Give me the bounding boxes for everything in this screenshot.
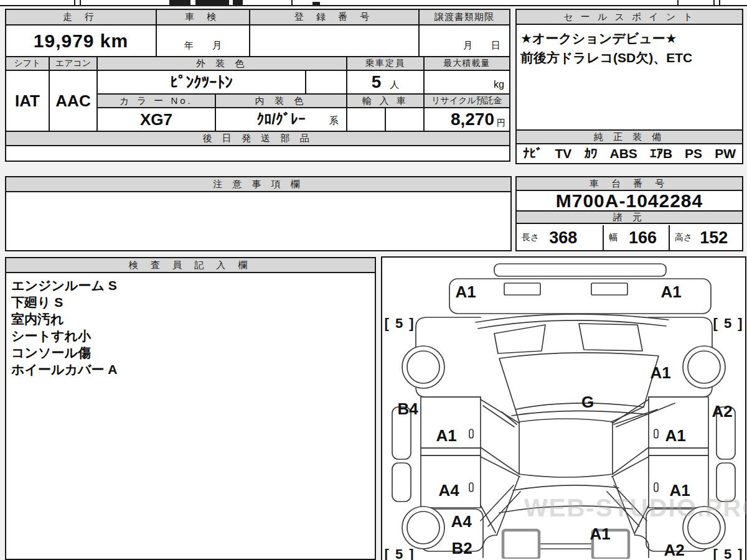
cutoff-divider bbox=[719, 0, 720, 6]
equipment-item: ABS bbox=[609, 146, 637, 161]
exterior-color-header: 外 装 色 bbox=[98, 57, 347, 71]
recycle-fee-header: リサイクル預託金 bbox=[425, 95, 510, 108]
damage-label: A1 bbox=[665, 426, 685, 446]
damage-label: A2 bbox=[664, 541, 684, 560]
sales-point-body: ★オークションデビュー★ 前後方ドラレコ(SD欠)、ETC bbox=[517, 25, 742, 131]
interior-color-value: ｸﾛ/ｸﾞﾚｰ 系 bbox=[216, 108, 347, 132]
equipment-item: PW bbox=[715, 146, 736, 161]
max-load-header: 最大積載量 bbox=[425, 57, 510, 71]
inspector-line: 室内汚れ bbox=[11, 310, 370, 327]
equipment-header: 純 正 装 備 bbox=[517, 131, 742, 144]
import-value-2 bbox=[386, 108, 425, 132]
tire-grade-label: [ 5 ] bbox=[384, 315, 415, 332]
capacity-unit: 人 bbox=[390, 79, 399, 91]
damage-label: A1 bbox=[650, 363, 670, 383]
height-label: 高さ bbox=[675, 232, 692, 243]
damage-label: A2 bbox=[712, 402, 732, 421]
equipment-item: PS bbox=[685, 146, 702, 161]
inspector-box: 検 査 員 記 入 欄 エンジンルーム S 下廻り S 室内汚れ シートすれ小 … bbox=[5, 257, 376, 560]
shift-header: シフト bbox=[6, 57, 50, 71]
equipment-row: ﾅﾋﾞ TV ｶﾜ ABS ｴｱB PS PW bbox=[517, 144, 742, 163]
capacity-header: 乗車定員 bbox=[347, 57, 425, 71]
equipment-item: ｶﾜ bbox=[584, 146, 597, 161]
inspection-value: 年 月 bbox=[157, 26, 250, 57]
notes-header: 注 意 事 項 欄 bbox=[6, 177, 510, 192]
recycle-fee-unit: 円 bbox=[497, 118, 505, 129]
damage-label: A1 bbox=[436, 426, 456, 446]
mileage-header: 走 行 bbox=[6, 10, 157, 26]
inspector-header: 検 査 員 記 入 欄 bbox=[6, 258, 375, 273]
height-value: 152 bbox=[700, 228, 728, 248]
import-value-1 bbox=[347, 108, 386, 132]
inspector-line: シートすれ小 bbox=[11, 327, 370, 344]
aircon-value: AAC bbox=[50, 71, 98, 132]
interior-color-suffix: 系 bbox=[329, 115, 339, 127]
auction-sheet: 走 行 車 検 登 録 番 号 譲渡書類期限 19,979 km 年 月 月 日… bbox=[0, 0, 747, 560]
tire-grade-label: [ 5 ] bbox=[713, 546, 743, 560]
aircon-header: エアコン bbox=[50, 57, 98, 71]
watermark: WEB-STUDIO.PRO bbox=[524, 494, 747, 522]
specs-header: 諸 元 bbox=[517, 212, 742, 224]
cutoff-divider bbox=[80, 0, 81, 6]
width-value: 166 bbox=[629, 228, 657, 248]
recycle-fee-value: 8,270 円 bbox=[425, 108, 510, 132]
equipment-item: TV bbox=[555, 146, 572, 161]
damage-diagram-box: A1 A1 [ 5 ] [ 5 ] A1 G B4 A2 A1 A1 A4 A1… bbox=[381, 256, 746, 560]
exterior-color-value: ﾋﾟﾝｸﾂｰﾄﾝ bbox=[98, 71, 306, 95]
chassis-value: M700A-1042284 bbox=[517, 191, 742, 212]
chassis-header: 車 台 番 号 bbox=[517, 177, 742, 191]
shift-value: IAT bbox=[6, 71, 50, 132]
specs-row: 長さ 368 幅 166 高さ 152 bbox=[517, 225, 742, 250]
recycle-fee-number: 8,270 bbox=[451, 110, 494, 129]
damage-label: A4 bbox=[451, 512, 471, 531]
import-header: 輸 入 車 bbox=[347, 95, 425, 108]
cutoff-row bbox=[0, 0, 747, 6]
width-label: 幅 bbox=[609, 232, 618, 243]
exterior-color-extra bbox=[306, 71, 347, 95]
cutoff-divider bbox=[74, 0, 75, 6]
damage-label: G bbox=[581, 393, 594, 412]
width-cell: 幅 166 bbox=[604, 225, 670, 250]
damage-label: A1 bbox=[660, 282, 681, 302]
cutoff-divider bbox=[291, 0, 293, 6]
max-load-value: kg bbox=[425, 71, 510, 95]
color-no-value: XG7 bbox=[98, 108, 216, 132]
cutoff-text-fragment bbox=[169, 0, 190, 6]
cutoff-text-fragment bbox=[312, 2, 320, 6]
notes-box: 注 意 事 項 欄 bbox=[5, 176, 512, 251]
capacity-value: 5 人 bbox=[347, 71, 425, 95]
later-parts-header: 後 日 発 送 部 品 bbox=[6, 132, 510, 146]
damage-label: B4 bbox=[397, 399, 418, 419]
tire-grade-label: [ 5 ] bbox=[384, 546, 415, 560]
registration-value bbox=[250, 26, 420, 57]
mileage-value: 19,979 km bbox=[6, 26, 157, 57]
tire-grade-label: [ 5 ] bbox=[713, 315, 743, 332]
equipment-item: ｴｱB bbox=[650, 146, 672, 161]
inspector-line: 下廻り S bbox=[11, 294, 370, 310]
later-parts-value bbox=[6, 146, 510, 162]
interior-color-header: 内 装 色 bbox=[216, 95, 347, 108]
inspector-line: ホイールカバー A bbox=[11, 361, 370, 378]
cutoff-text-fragment bbox=[233, 0, 243, 6]
length-label: 長さ bbox=[522, 232, 539, 243]
inspector-line: コンソール傷 bbox=[11, 344, 370, 361]
registration-header: 登 録 番 号 bbox=[250, 10, 420, 26]
inspector-line: エンジンルーム S bbox=[11, 277, 370, 294]
damage-label: A4 bbox=[438, 481, 459, 500]
inspection-header: 車 検 bbox=[157, 10, 250, 26]
transfer-deadline-value: 月 日 bbox=[420, 26, 510, 57]
equipment-item: ﾅﾋﾞ bbox=[523, 146, 543, 161]
transfer-deadline-header: 譲渡書類期限 bbox=[420, 10, 510, 26]
height-cell: 高さ 152 bbox=[670, 225, 742, 250]
capacity-number: 5 bbox=[372, 72, 382, 92]
sales-point-line1: ★オークションデビュー★ bbox=[520, 29, 738, 48]
sales-point-header: セ ー ル ス ポ イ ン ト bbox=[517, 10, 742, 25]
cutoff-divider bbox=[677, 0, 679, 6]
damage-label: A1 bbox=[455, 282, 476, 302]
vehicle-info-table: 走 行 車 検 登 録 番 号 譲渡書類期限 19,979 km 年 月 月 日… bbox=[5, 9, 510, 162]
inspector-body: エンジンルーム S 下廻り S 室内汚れ シートすれ小 コンソール傷 ホイールカ… bbox=[6, 274, 375, 559]
interior-color-text: ｸﾛ/ｸﾞﾚｰ bbox=[256, 111, 306, 128]
color-no-header: カ ラ ー No. bbox=[98, 95, 216, 108]
damage-label: B2 bbox=[451, 539, 472, 558]
cutoff-text-fragment bbox=[195, 0, 229, 6]
